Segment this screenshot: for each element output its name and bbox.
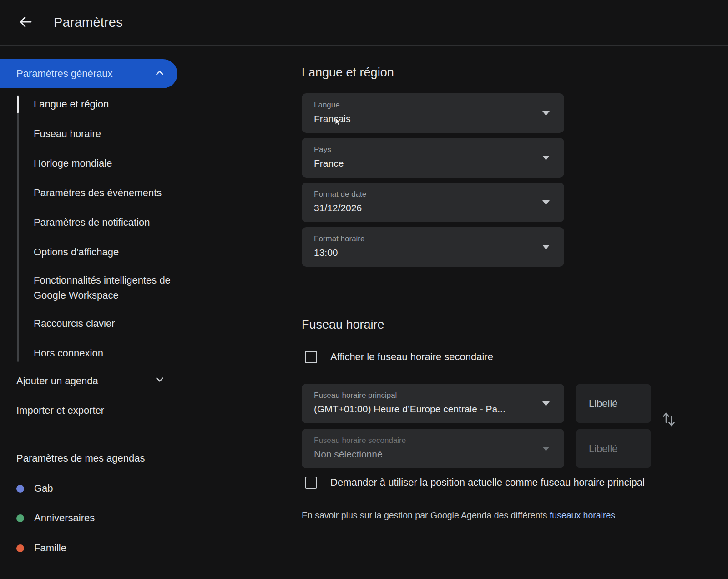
sidebar-item-calendar-anniversaires[interactable]: Anniversaires [16,503,95,533]
secondary-timezone-label: Fuseau horaire secondaire [314,435,564,446]
language-region-section-title: Langue et région [302,66,394,80]
secondary-timezone-checkbox-row: Afficher le fuseau horaire secondaire [305,345,493,369]
chevron-down-icon [154,374,166,388]
time-format-value: 13:00 [314,245,541,259]
calendar-color-dot [16,485,24,493]
sidebar-item-options-affichage[interactable]: Options d'affichage [0,237,200,267]
sidebar-item-raccourcis-clavier[interactable]: Raccourcis clavier [0,309,200,338]
list-rail [17,95,19,362]
calendar-color-dot [16,544,24,552]
chevron-up-icon [154,67,166,81]
dropdown-arrow-icon [542,447,550,451]
swap-timezones-icon[interactable] [662,410,676,430]
primary-timezone-label: Fuseau horaire principal [314,390,564,401]
secondary-timezone-label-input: Libellé [576,429,651,468]
import-export-label: Importer et exporter [16,405,104,416]
sidebar-item-parametres-evenements[interactable]: Paramètres des événements [0,178,200,208]
help-text: En savoir plus sur la gestion par Google… [302,510,550,520]
use-location-checkbox[interactable] [305,477,317,489]
country-select-label: Pays [314,144,564,155]
add-calendar-label: Ajouter un agenda [16,375,98,387]
timezone-section-title: Fuseau horaire [302,318,384,332]
active-item-indicator [17,96,19,113]
language-select-value: Français [314,112,541,126]
calendar-label: Anniversaires [34,512,95,524]
sidebar-item-calendar-gab[interactable]: Gab [16,474,53,503]
general-settings-label: Paramètres généraux [16,68,113,80]
sidebar-item-parametres-notification[interactable]: Paramètres de notification [0,208,200,237]
dropdown-arrow-icon [542,156,550,160]
sidebar-item-horloge-mondiale[interactable]: Horloge mondiale [0,148,200,178]
calendar-settings-page: Paramètres Paramètres généraux Langue et… [0,0,728,579]
page-title: Paramètres [54,15,123,30]
sidebar-section-general-settings[interactable]: Paramètres généraux [0,59,177,88]
country-select-value: France [314,156,541,170]
dropdown-arrow-icon [542,200,550,205]
app-header: Paramètres [0,0,728,46]
back-button[interactable] [15,13,35,33]
date-format-value: 31/12/2026 [314,201,541,215]
sidebar-item-langue-et-region[interactable]: Langue et région [0,89,200,119]
timezones-help-link[interactable]: fuseaux horaires [550,510,615,520]
secondary-timezone-select: Fuseau horaire secondaire Non sélectionn… [302,429,564,468]
calendar-label: Gab [34,482,53,494]
dropdown-arrow-icon [542,401,550,406]
secondary-timezone-value: Non sélectionné [314,447,541,461]
use-location-checkbox-label: Demander à utiliser la position actuelle… [330,477,645,488]
dropdown-arrow-icon [542,245,550,249]
sidebar-item-hors-connexion[interactable]: Hors connexion [0,338,200,368]
secondary-timezone-checkbox-label: Afficher le fuseau horaire secondaire [330,351,493,363]
dropdown-arrow-icon [542,111,550,116]
my-calendars-heading: Paramètres de mes agendas [16,444,145,473]
use-location-checkbox-row: Demander à utiliser la position actuelle… [305,471,645,494]
primary-timezone-label-input[interactable]: Libellé [576,384,651,423]
mouse-cursor [335,117,342,128]
sidebar-section-import-export[interactable]: Importer et exporter [0,396,177,425]
sidebar-section-add-calendar[interactable]: Ajouter un agenda [0,366,177,396]
primary-timezone-select[interactable]: Fuseau horaire principal (GMT+01:00) Heu… [302,384,564,423]
date-format-select[interactable]: Format de date 31/12/2026 [302,183,564,222]
time-format-label: Format horaire [314,234,564,244]
general-settings-list: Langue et région Fuseau horaire Horloge … [0,89,200,368]
primary-timezone-value: (GMT+01:00) Heure d’Europe centrale - Pa… [314,402,541,416]
sidebar-item-calendar-famille[interactable]: Famille [16,533,66,563]
language-select-label: Langue [314,100,564,110]
secondary-timezone-checkbox[interactable] [305,351,317,363]
time-format-select[interactable]: Format horaire 13:00 [302,227,564,267]
sidebar-item-fuseau-horaire[interactable]: Fuseau horaire [0,119,200,148]
date-format-label: Format de date [314,189,564,199]
calendar-color-dot [16,514,24,522]
timezone-help-text: En savoir plus sur la gestion par Google… [302,509,615,522]
country-select[interactable]: Pays France [302,138,564,178]
sidebar-item-fonctionnalites-intelligentes[interactable]: Fonctionnalités intelligentes de Google … [0,267,200,309]
back-arrow-icon [18,14,33,31]
calendar-label: Famille [34,542,66,554]
